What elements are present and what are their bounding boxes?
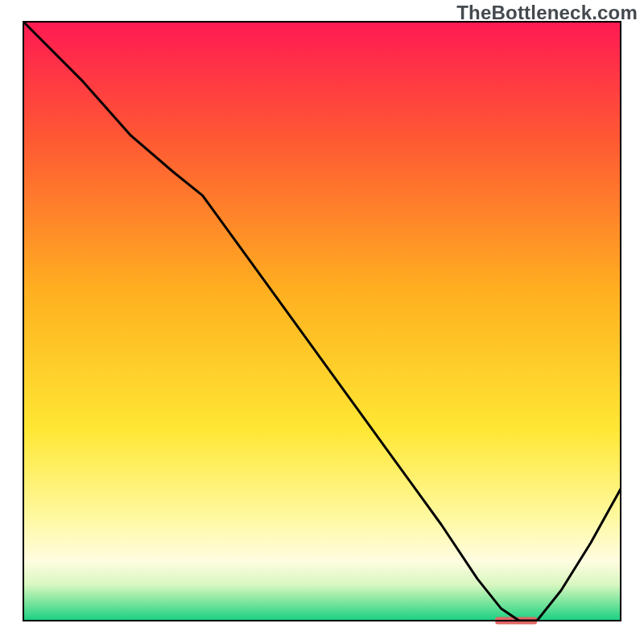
plot-background (23, 22, 621, 621)
watermark-text: TheBottleneck.com (456, 2, 638, 24)
chart-stage: TheBottleneck.com (0, 0, 644, 644)
bottleneck-chart (0, 0, 644, 644)
